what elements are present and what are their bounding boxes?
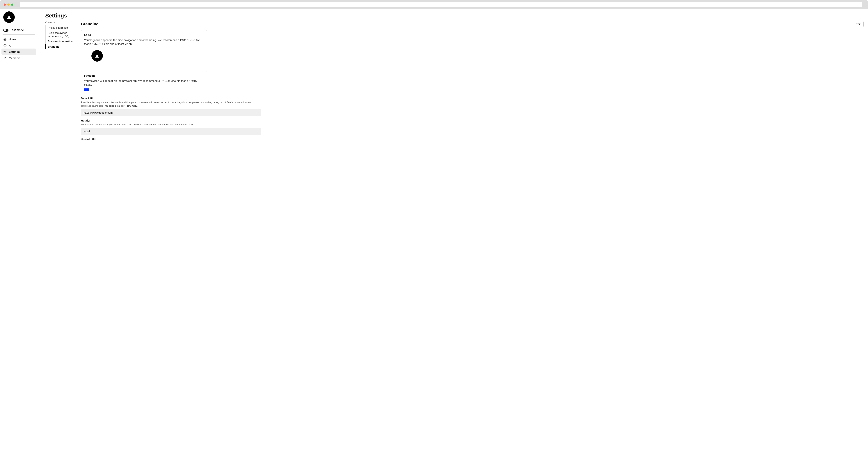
maximize-window-button[interactable] bbox=[11, 3, 13, 6]
logo-preview bbox=[91, 50, 204, 62]
edit-button[interactable]: Edit bbox=[853, 21, 864, 27]
address-bar[interactable] bbox=[20, 2, 862, 7]
cloud-icon bbox=[3, 44, 7, 47]
sidebar-item-label: Settings bbox=[9, 50, 20, 53]
base-url-help: Provide a link to your website/dashboard… bbox=[81, 101, 261, 108]
nav-list: Home API Settings Members bbox=[1, 35, 36, 61]
test-mode-toggle[interactable] bbox=[3, 29, 8, 32]
logo-card-title: Logo bbox=[84, 33, 204, 37]
sidebar-item-label: Members bbox=[9, 57, 21, 60]
contents-item-profile[interactable]: Profile information bbox=[45, 25, 76, 30]
people-icon bbox=[3, 56, 7, 60]
base-url-help-strong: Must be a valid HTTPS URL bbox=[105, 104, 137, 107]
gear-icon bbox=[3, 50, 7, 53]
viewport: Test mode Home API Settings bbox=[0, 9, 868, 476]
test-mode-toggle-row: Test mode bbox=[1, 27, 36, 34]
logo-card-description: Your logo will appear in the side naviga… bbox=[84, 38, 204, 46]
svg-point-2 bbox=[5, 57, 6, 58]
base-url-field: Base URL Provide a link to your website/… bbox=[81, 97, 261, 116]
hosted-url-field: Hosted URL bbox=[81, 138, 261, 141]
section-title: Branding bbox=[81, 22, 99, 27]
header-value: Hooli bbox=[81, 128, 261, 135]
favicon-preview bbox=[84, 89, 89, 91]
base-url-value: https://www.google.com bbox=[81, 109, 261, 116]
test-mode-label: Test mode bbox=[10, 29, 24, 32]
contents-item-branding[interactable]: Branding bbox=[45, 44, 76, 49]
contents-item-ubo[interactable]: Business owner information (UBO) bbox=[45, 30, 76, 39]
svg-point-0 bbox=[5, 51, 5, 52]
sidebar-item-home[interactable]: Home bbox=[1, 36, 36, 42]
base-url-help-post: . bbox=[137, 104, 138, 107]
sidebar-item-settings[interactable]: Settings bbox=[1, 49, 36, 55]
page-title: Settings bbox=[45, 12, 864, 19]
minimize-window-button[interactable] bbox=[7, 3, 9, 6]
window-controls bbox=[2, 3, 15, 6]
contents-heading: Contents bbox=[45, 21, 76, 24]
svg-point-1 bbox=[4, 57, 5, 58]
sidebar-item-members[interactable]: Members bbox=[1, 55, 36, 61]
favicon-card: Favicon Your favicon will appear on the … bbox=[81, 71, 207, 94]
header-field: Header Your header will be displayed in … bbox=[81, 119, 261, 135]
home-icon bbox=[3, 37, 7, 41]
favicon-card-description: Your favicon will appear on the browser … bbox=[84, 79, 204, 87]
sidebar-item-api[interactable]: API bbox=[1, 42, 36, 49]
logo-container bbox=[1, 11, 36, 25]
sidebar-item-label: Home bbox=[9, 38, 16, 41]
contents-item-business[interactable]: Business information bbox=[45, 39, 76, 44]
logo-card: Logo Your logo will appear in the side n… bbox=[81, 30, 207, 68]
favicon-card-title: Favicon bbox=[84, 74, 204, 77]
sidebar-item-label: API bbox=[9, 44, 13, 47]
header-help: Your header will be displayed in places … bbox=[81, 123, 261, 126]
divider bbox=[3, 26, 35, 26]
brand-logo bbox=[3, 11, 15, 23]
contents-nav: Contents Profile information Business ow… bbox=[45, 21, 76, 144]
main-content: Settings Contents Profile information Bu… bbox=[38, 9, 868, 476]
hosted-url-label: Hosted URL bbox=[81, 138, 261, 141]
header-label: Header bbox=[81, 119, 261, 122]
close-window-button[interactable] bbox=[4, 3, 6, 6]
sidebar: Test mode Home API Settings bbox=[0, 9, 38, 476]
logo-image bbox=[91, 50, 103, 62]
branding-section: Branding Edit Logo Your logo will appear… bbox=[81, 21, 864, 144]
divider bbox=[3, 34, 35, 35]
browser-chrome bbox=[0, 0, 868, 9]
base-url-label: Base URL bbox=[81, 97, 261, 100]
